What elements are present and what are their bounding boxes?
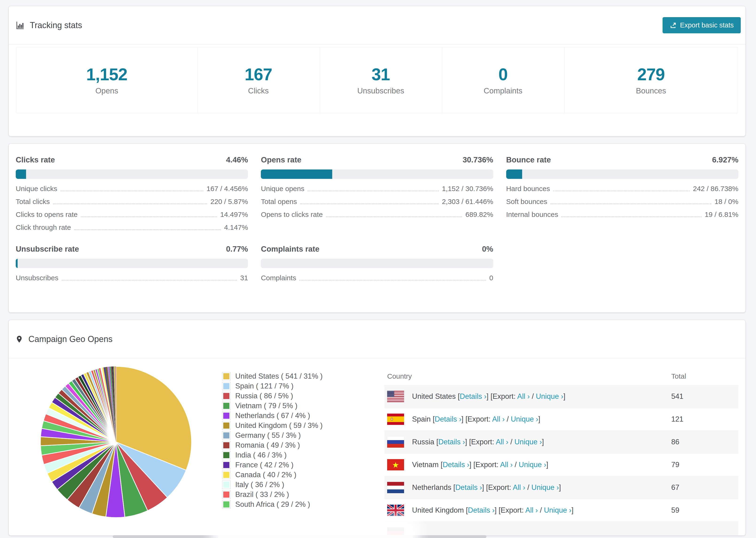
stat-row: Total clicks 220 / 5.87%	[16, 194, 248, 207]
flag-vn-icon	[387, 459, 404, 470]
legend-swatch	[222, 372, 231, 381]
summary-card: 167 Clicks	[197, 47, 320, 113]
details-link[interactable]: Details ›	[455, 483, 482, 492]
dotted-leader	[553, 190, 689, 191]
export-icon	[670, 22, 676, 29]
dashboard: Tracking stats Export basic stats 1,152 …	[0, 6, 756, 536]
rate-value: 0%	[482, 244, 493, 253]
summary-card: 0 Complaints	[442, 47, 565, 113]
export-all-link[interactable]: All ›	[513, 483, 525, 492]
export-all-link[interactable]: All ›	[525, 506, 538, 514]
export-basic-stats-button[interactable]: Export basic stats	[663, 17, 741, 33]
country-cell: Vietnam [Details ›] [Export: All › / Uni…	[412, 460, 671, 469]
rate-title: Clicks rate	[16, 155, 55, 164]
legend-swatch	[222, 490, 231, 499]
stat-row: Clicks to opens rate 14.497%	[16, 207, 248, 220]
export-label: Export:	[471, 438, 496, 446]
stat-row: Unique opens 1,152 / 30.736%	[261, 181, 493, 194]
stat-value: 18 / 0%	[715, 198, 738, 205]
summary-label: Unsubscribes	[357, 86, 404, 95]
country-cell: Spain [Details ›] [Export: All › / Uniqu…	[412, 415, 671, 423]
export-unique-link[interactable]: Unique ›	[511, 415, 538, 423]
progress-bar	[16, 259, 248, 268]
summary-value: 167	[244, 65, 272, 84]
stat-value: 689.82%	[465, 211, 493, 218]
export-label: Export:	[475, 460, 500, 469]
stat-label: Unique opens	[261, 185, 304, 192]
bottom-overlay	[218, 524, 413, 538]
flag-es-icon	[387, 413, 404, 425]
country-name: United States	[412, 392, 456, 401]
legend-item: Germany ( 55 / 3% )	[222, 430, 323, 440]
export-all-link[interactable]: All ›	[517, 392, 530, 401]
legend-swatch	[222, 402, 231, 410]
geo-content: United States ( 541 / 31% ) Spain ( 121 …	[9, 358, 745, 535]
flag-gb-icon	[387, 505, 404, 516]
details-link[interactable]: Details ›	[435, 415, 461, 423]
legend-label: France ( 42 / 2% )	[235, 461, 294, 469]
summary-label: Opens	[95, 86, 118, 95]
stat-label: Total opens	[261, 198, 297, 205]
legend-item: Netherlands ( 67 / 4% )	[222, 411, 323, 421]
export-label: Export:	[493, 392, 517, 401]
export-unique-link[interactable]: Unique ›	[514, 438, 542, 446]
stat-value: 2,303 / 61.446%	[442, 198, 493, 205]
legend-item: United States ( 541 / 31% )	[222, 371, 323, 381]
rates-grid: Clicks rate 4.46% Unique clicks 167 / 4.…	[16, 155, 738, 283]
geo-table-body: United States [Details ›] [Export: All ›…	[384, 385, 738, 536]
flag-ru-icon	[387, 436, 404, 448]
export-all-link[interactable]: All ›	[492, 415, 505, 423]
dotted-leader	[300, 203, 439, 204]
export-label: Export:	[488, 483, 513, 492]
tracking-stats-card: Tracking stats Export basic stats 1,152 …	[9, 6, 746, 136]
stat-label: Complaints	[261, 274, 296, 282]
export-all-link[interactable]: All ›	[496, 438, 508, 446]
export-unique-link[interactable]: Unique ›	[531, 483, 559, 492]
country-cell: United States [Details ›] [Export: All ›…	[412, 392, 671, 401]
row-total: 67	[671, 483, 730, 492]
export-unique-link[interactable]: Unique ›	[544, 506, 571, 514]
progress-fill	[261, 170, 332, 179]
progress-fill	[506, 170, 522, 179]
export-unique-link[interactable]: Unique ›	[519, 460, 546, 469]
dotted-leader	[81, 216, 217, 217]
dotted-leader	[326, 216, 462, 217]
geo-pie-chart	[39, 365, 193, 519]
summary-value: 279	[637, 65, 665, 84]
rate-title: Bounce rate	[506, 155, 551, 164]
table-row: Spain [Details ›] [Export: All › / Uniqu…	[384, 408, 738, 430]
export-all-link[interactable]: All ›	[500, 460, 513, 469]
legend-swatch	[222, 411, 231, 420]
details-link[interactable]: Details ›	[460, 392, 486, 401]
rate-title: Unsubscribe rate	[16, 244, 79, 253]
dotted-leader	[561, 216, 701, 217]
table-row: United Kingdom [Details ›] [Export: All …	[384, 499, 738, 521]
summary-label: Complaints	[484, 86, 522, 95]
legend-label: Canada ( 40 / 2% )	[235, 471, 296, 479]
bar-chart-icon	[15, 21, 25, 30]
country-name: United Kingdom	[412, 506, 464, 514]
legend-swatch	[222, 461, 231, 469]
legend-label: South Africa ( 29 / 2% )	[235, 500, 310, 509]
rate-panel: Complaints rate 0% Complaints 0	[261, 244, 493, 283]
summary-label: Clicks	[248, 86, 269, 95]
legend-label: Brazil ( 33 / 2% )	[235, 490, 289, 499]
dotted-leader	[307, 190, 439, 191]
table-row	[384, 521, 738, 536]
stat-value: 14.497%	[220, 211, 248, 218]
rate-title: Opens rate	[261, 155, 301, 164]
summary-label: Bounces	[636, 86, 666, 95]
legend-item: Spain ( 121 / 7% )	[222, 381, 323, 391]
export-unique-link[interactable]: Unique ›	[536, 392, 563, 401]
rate-value: 0.77%	[226, 244, 248, 253]
stat-value: 31	[240, 274, 248, 282]
stat-label: Total clicks	[16, 198, 50, 205]
progress-bar	[261, 259, 493, 268]
details-link[interactable]: Details ›	[443, 460, 469, 469]
legend-item: Canada ( 40 / 2% )	[222, 470, 323, 480]
legend-item: Brazil ( 33 / 2% )	[222, 490, 323, 500]
rate-panel: Unsubscribe rate 0.77% Unsubscribes 31	[16, 244, 248, 283]
table-row: Vietnam [Details ›] [Export: All › / Uni…	[384, 453, 738, 476]
details-link[interactable]: Details ›	[438, 438, 465, 446]
details-link[interactable]: Details ›	[468, 506, 495, 514]
